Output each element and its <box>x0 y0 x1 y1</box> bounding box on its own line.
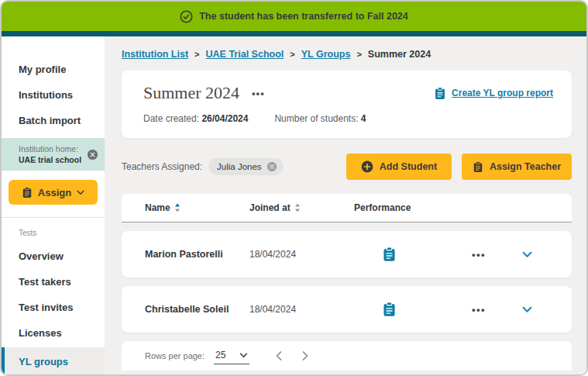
number-of-students: Number of students: 4 <box>274 113 366 124</box>
next-page-icon[interactable] <box>302 351 308 360</box>
column-header-performance: Performance <box>354 202 455 213</box>
expand-row-chevron-icon[interactable] <box>522 306 566 313</box>
breadcrumb-separator: > <box>290 50 294 59</box>
main-content: Institution List > UAE Trial School > YL… <box>105 36 586 374</box>
chevron-down-icon <box>239 353 248 358</box>
sidebar-item-institutions[interactable]: Institutions <box>2 82 105 108</box>
banner-message: The student has been transferred to Fall… <box>199 11 408 22</box>
joined-at-date: 18/04/2024 <box>249 304 354 315</box>
create-report-link[interactable]: Create YL group report <box>434 87 553 100</box>
teacher-chip-name: Julia Jones <box>217 162 262 171</box>
breadcrumb: Institution List > UAE Trial School > YL… <box>122 49 572 60</box>
chevron-down-icon <box>77 190 84 195</box>
assign-button[interactable]: Assign <box>9 180 98 205</box>
sidebar-item-yl-groups[interactable]: YL groups <box>2 347 105 376</box>
group-summary-card: Summer 2024 ••• Create YL group report <box>122 71 572 138</box>
institution-home-value: UAE trial school <box>19 155 81 164</box>
page-title: Summer 2024 <box>143 83 239 103</box>
breadcrumb-uae-trial-school[interactable]: UAE Trial School <box>206 49 284 60</box>
clipboard-icon <box>22 187 33 198</box>
column-header-name[interactable]: Name <box>145 202 249 213</box>
breadcrumb-yl-groups[interactable]: YL Groups <box>301 49 351 60</box>
row-actions-menu[interactable]: ••• <box>455 249 486 260</box>
rows-per-page-value: 25 <box>215 350 225 360</box>
column-header-joined-at[interactable]: Joined at <box>249 202 354 213</box>
add-student-button[interactable]: Add Student <box>346 154 452 180</box>
teachers-assigned-label: Teachers Assigned: <box>122 161 202 172</box>
sort-icon <box>294 203 301 212</box>
breadcrumb-separator: > <box>194 50 199 59</box>
pagination-bar: Rows per page: 25 <box>122 341 572 371</box>
assign-button-label: Assign <box>38 187 71 198</box>
table-row: Christabelle Soleil 18/04/2024 ••• <box>122 286 572 333</box>
sidebar-item-test-invites[interactable]: Test invites <box>2 295 105 320</box>
sort-icon <box>174 203 181 212</box>
sidebar-item-batch-import[interactable]: Batch import <box>2 108 105 133</box>
table-header: Name Joined at <box>122 194 572 222</box>
assign-teacher-label: Assign Teacher <box>490 161 561 172</box>
table-row: Marion Pastorelli 18/04/2024 ••• <box>122 231 572 278</box>
add-student-label: Add Student <box>380 161 437 172</box>
breadcrumb-current: Summer 2024 <box>368 49 431 60</box>
teacher-chip: Julia Jones <box>208 158 284 175</box>
student-name: Marion Pastorelli <box>145 249 249 260</box>
close-icon[interactable] <box>87 149 98 160</box>
breadcrumb-separator: > <box>356 50 361 59</box>
performance-report-icon[interactable] <box>354 302 455 317</box>
remove-teacher-icon[interactable] <box>266 161 277 172</box>
check-circle-icon <box>180 10 193 23</box>
sidebar-item-test-takers[interactable]: Test takers <box>2 269 105 295</box>
institution-home-panel: Institution home: UAE trial school <box>2 138 105 171</box>
row-actions-menu[interactable]: ••• <box>455 304 486 316</box>
breadcrumb-institution-list[interactable]: Institution List <box>122 49 188 60</box>
student-name: Christabelle Soleil <box>145 304 249 315</box>
plus-circle-icon <box>361 160 373 173</box>
clipboard-icon <box>473 161 483 173</box>
sidebar: My profile Institutions Batch import Ins… <box>2 36 105 374</box>
rows-per-page-label: Rows per page: <box>145 351 205 360</box>
date-created: Date created: 26/04/2024 <box>143 113 248 124</box>
sidebar-item-overview[interactable]: Overview <box>2 243 105 269</box>
previous-page-icon[interactable] <box>276 351 282 360</box>
performance-report-icon[interactable] <box>354 247 455 262</box>
rows-per-page-select[interactable]: 25 <box>214 347 249 364</box>
institution-home-label: Institution home: <box>19 144 81 154</box>
assign-teacher-button[interactable]: Assign Teacher <box>462 154 572 180</box>
sidebar-item-licenses[interactable]: Licenses <box>2 320 105 346</box>
expand-row-chevron-icon[interactable] <box>522 251 566 258</box>
joined-at-date: 18/04/2024 <box>249 249 354 260</box>
clipboard-icon <box>434 87 446 100</box>
sidebar-divider <box>2 217 105 218</box>
create-report-label: Create YL group report <box>452 88 553 98</box>
success-banner: The student has been transferred to Fall… <box>2 2 586 31</box>
sidebar-section-tests: Tests <box>2 226 105 243</box>
sidebar-item-my-profile[interactable]: My profile <box>2 57 105 82</box>
app-window: The student has been transferred to Fall… <box>0 0 588 376</box>
header-accent-strip <box>2 31 586 36</box>
teachers-toolbar: Teachers Assigned: Julia Jones <box>122 154 572 180</box>
group-options-menu[interactable]: ••• <box>252 88 265 99</box>
